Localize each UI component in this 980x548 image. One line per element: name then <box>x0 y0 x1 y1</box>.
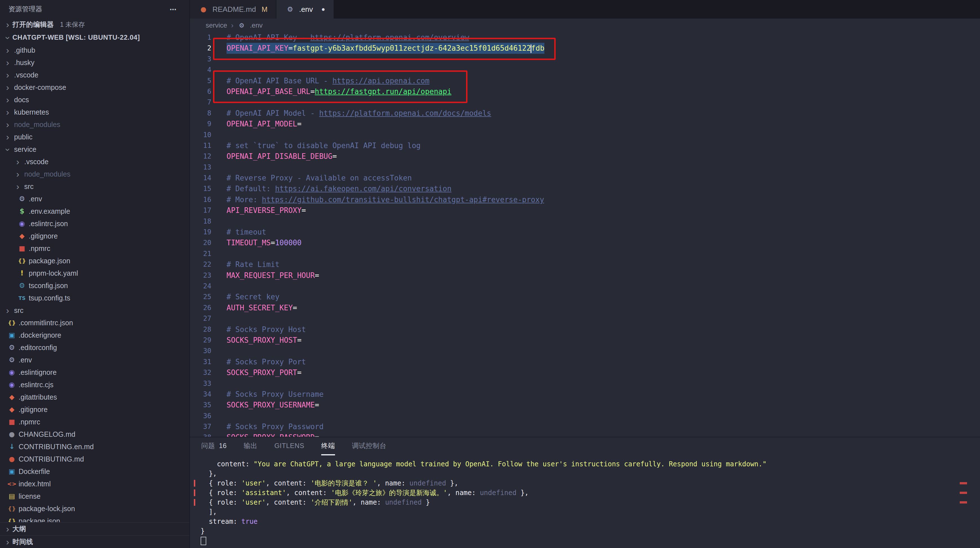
panel-tab-问题[interactable]: 问题16 <box>201 437 227 455</box>
code-line-8[interactable]: 8# OpenAI API Model - https://platform.o… <box>190 108 980 119</box>
code-line-10[interactable]: 10 <box>190 130 980 140</box>
code-line-13[interactable]: 13 <box>190 162 980 173</box>
tree-file-Dockerfile[interactable]: ▣Dockerfile <box>0 465 189 478</box>
code-line-20[interactable]: 20TIMEOUT_MS=100000 <box>190 237 980 248</box>
terminal-prompt-line[interactable] <box>200 536 980 545</box>
code-line-21[interactable]: 21 <box>190 248 980 259</box>
line-number: 28 <box>190 324 211 335</box>
tree-file-.eslintrc.cjs[interactable]: ◉.eslintrc.cjs <box>0 378 189 391</box>
code-line-18[interactable]: 18 <box>190 216 980 227</box>
tree-folder-node_modules[interactable]: ›node_modules <box>0 118 189 131</box>
tree-file-.eslintrc.json[interactable]: ◉.eslintrc.json <box>0 218 189 230</box>
breadcrumb-item[interactable]: .env <box>250 21 262 29</box>
code-text: SOCKS_PROXY_PASSWORD= <box>226 432 319 437</box>
panel-tab-终端[interactable]: 终端 <box>321 437 335 455</box>
panel-tab-GITLENS[interactable]: GITLENS <box>274 437 304 455</box>
code-line-6[interactable]: 6OPENAI_API_BASE_URL=https://fastgpt.run… <box>190 86 980 97</box>
code-line-11[interactable]: 11# set `true` to disable OpenAI API deb… <box>190 140 980 151</box>
more-actions-slot[interactable]: ⋯ <box>168 4 178 14</box>
tree-folder-src[interactable]: ›src <box>0 180 189 192</box>
tree-folder-.vscode[interactable]: ›.vscode <box>0 69 189 81</box>
tree-folder-src[interactable]: ›src <box>0 304 189 316</box>
tree-file-.dockerignore[interactable]: ▣.dockerignore <box>0 329 189 341</box>
tree-folder-node_modules[interactable]: ›node_modules <box>0 168 189 180</box>
vscode-window: 资源管理器 ⋯ › 打开的编辑器 1 未保存 › CHATGPT-WEB [WS… <box>0 0 980 548</box>
code-line-4[interactable]: 4 <box>190 65 980 75</box>
code-line-25[interactable]: 25# Secret key <box>190 291 980 302</box>
code-line-29[interactable]: 29SOCKS_PROXY_HOST= <box>190 335 980 346</box>
code-line-5[interactable]: 5# OpenAI API Base URL - https://api.ope… <box>190 75 980 86</box>
tree-file-.gitattributes[interactable]: ◆.gitattributes <box>0 391 189 403</box>
tree-file-.commitlintrc.json[interactable]: {}.commitlintrc.json <box>0 316 189 329</box>
code-line-22[interactable]: 22# Rate Limit <box>190 259 980 270</box>
tree-file-tsconfig.json[interactable]: ⚙tsconfig.json <box>0 280 189 292</box>
code-line-1[interactable]: 1# OpenAI API Key - https://platform.ope… <box>190 32 980 43</box>
panel-tab-输出[interactable]: 输出 <box>244 437 258 455</box>
tree-file-pnpm-lock.yaml[interactable]: !pnpm-lock.yaml <box>0 267 189 280</box>
tree-file-.env[interactable]: ⚙.env <box>0 192 189 205</box>
tree-folder-kubernetes[interactable]: ›kubernetes <box>0 106 189 118</box>
sidebar-section-大纲[interactable]: ›大纲 <box>0 522 189 535</box>
tree-folder-.husky[interactable]: ›.husky <box>0 56 189 69</box>
tree-file-CONTRIBUTING.en.md[interactable]: ↓CONTRIBUTING.en.md <box>0 440 189 453</box>
code-line-17[interactable]: 17API_REVERSE_PROXY= <box>190 205 980 216</box>
breadcrumb[interactable]: service›⚙.env <box>190 19 980 32</box>
tab-README.md[interactable]: ●README.mdM <box>190 0 277 19</box>
code-line-19[interactable]: 19# timeout <box>190 227 980 237</box>
dirty-indicator-icon[interactable]: ● <box>321 6 325 13</box>
tree-file-.gitignore[interactable]: ◆.gitignore <box>0 403 189 416</box>
code-line-28[interactable]: 28# Socks Proxy Host <box>190 324 980 335</box>
code-line-2[interactable]: 2OPENAI_API_KEY=fastgpt-y6b3axfbdd5wyp01… <box>190 43 980 54</box>
tree-folder-.vscode[interactable]: ›.vscode <box>0 156 189 168</box>
sidebar-section-时间线[interactable]: ›时间线 <box>0 535 189 548</box>
open-editors-section[interactable]: › 打开的编辑器 1 未保存 <box>0 18 189 31</box>
tree-file-.env.example[interactable]: $.env.example <box>0 205 189 218</box>
code-line-9[interactable]: 9OPENAI_API_MODEL= <box>190 119 980 129</box>
tree-file-CONTRIBUTING.md[interactable]: ●CONTRIBUTING.md <box>0 453 189 465</box>
tree-file-.gitignore[interactable]: ◆.gitignore <box>0 230 189 242</box>
code-line-24[interactable]: 24 <box>190 281 980 291</box>
tree-file-.npmrc[interactable]: ■.npmrc <box>0 416 189 428</box>
tree-file-index.html[interactable]: <>index.html <box>0 478 189 490</box>
tree-folder-docs[interactable]: ›docs <box>0 94 189 106</box>
tree-file-.editorconfig[interactable]: ⚙.editorconfig <box>0 341 189 354</box>
tree-file-package.json[interactable]: {}package.json <box>0 515 189 522</box>
code-line-30[interactable]: 30 <box>190 346 980 356</box>
tree-folder-docker-compose[interactable]: ›docker-compose <box>0 81 189 94</box>
tree-file-license[interactable]: ▤license <box>0 490 189 502</box>
editor-pane[interactable]: 1# OpenAI API Key - https://platform.ope… <box>190 32 980 437</box>
code-line-32[interactable]: 32SOCKS_PROXY_PORT= <box>190 367 980 378</box>
tab-.env[interactable]: ⚙.env● <box>277 0 334 19</box>
code-line-16[interactable]: 16# More: https://github.com/transitive-… <box>190 194 980 205</box>
code-line-37[interactable]: 37# Socks Proxy Password <box>190 421 980 432</box>
code-line-35[interactable]: 35SOCKS_PROXY_USERNAME= <box>190 400 980 410</box>
code-line-12[interactable]: 12OPENAI_API_DISABLE_DEBUG= <box>190 151 980 162</box>
tree-file-CHANGELOG.md[interactable]: ●CHANGELOG.md <box>0 428 189 440</box>
code-line-33[interactable]: 33 <box>190 378 980 389</box>
code-line-15[interactable]: 15# Default: https://ai.fakeopen.com/api… <box>190 183 980 194</box>
code-line-7[interactable]: 7 <box>190 97 980 108</box>
code-line-34[interactable]: 34# Socks Proxy Username <box>190 389 980 400</box>
tree-file-package.json[interactable]: {}package.json <box>0 254 189 267</box>
line-number: 37 <box>190 421 211 432</box>
tree-file-.npmrc[interactable]: ■.npmrc <box>0 242 189 254</box>
code-line-3[interactable]: 3 <box>190 54 980 65</box>
tree-file-package-lock.json[interactable]: {}package-lock.json <box>0 502 189 515</box>
code-line-31[interactable]: 31# Socks Proxy Port <box>190 356 980 367</box>
project-root-section[interactable]: › CHATGPT-WEB [WSL: UBUNTU-22.04] <box>0 31 189 44</box>
breadcrumb-item[interactable]: service <box>206 21 227 29</box>
code-line-36[interactable]: 36 <box>190 411 980 421</box>
code-line-38[interactable]: 38SOCKS_PROXY_PASSWORD= <box>190 432 980 437</box>
terminal-view[interactable]: content: "You are ChatGPT, a large langu… <box>190 455 980 548</box>
tree-file-.env[interactable]: ⚙.env <box>0 354 189 366</box>
tree-file-.eslintignore[interactable]: ◉.eslintignore <box>0 366 189 378</box>
tree-folder-.github[interactable]: ›.github <box>0 44 189 56</box>
tree-file-tsup.config.ts[interactable]: TStsup.config.ts <box>0 292 189 304</box>
code-line-23[interactable]: 23MAX_REQUEST_PER_HOUR= <box>190 270 980 281</box>
tree-folder-public[interactable]: ›public <box>0 131 189 143</box>
code-line-14[interactable]: 14# Reverse Proxy - Available on accessT… <box>190 173 980 183</box>
panel-tab-调试控制台[interactable]: 调试控制台 <box>352 437 387 455</box>
code-line-26[interactable]: 26AUTH_SECRET_KEY= <box>190 302 980 313</box>
tree-folder-service[interactable]: ›service <box>0 143 189 156</box>
code-line-27[interactable]: 27 <box>190 313 980 324</box>
